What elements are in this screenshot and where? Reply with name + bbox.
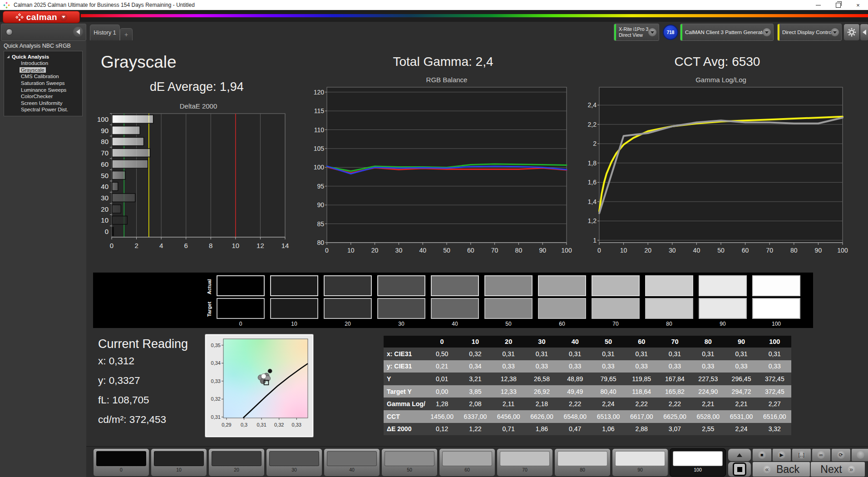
back-button[interactable]: « Back — [752, 462, 810, 477]
reading-value: cd/m²: 372,453 — [98, 410, 188, 429]
patch-label: 80 — [555, 467, 610, 472]
minimize-button[interactable] — [808, 0, 828, 10]
table-cell: 119,85 — [625, 373, 658, 385]
pattern-patch-10[interactable]: 10 — [151, 448, 207, 477]
actual-swatch — [431, 275, 479, 296]
pattern-patch-90[interactable]: 90 — [612, 448, 668, 477]
svg-text:50: 50 — [443, 247, 450, 254]
pattern-patch-80[interactable]: 80 — [554, 448, 611, 477]
cct-average-value: CCT Avg: 6530 — [586, 55, 849, 69]
pattern-window-button[interactable]: [‥] — [792, 448, 811, 462]
pattern-window-icon: [‥] — [798, 451, 805, 459]
patch-label: 10 — [151, 467, 207, 472]
pattern-window-button[interactable] — [728, 462, 751, 477]
sidebar-item-introduction[interactable]: Introduction — [20, 60, 82, 67]
pattern-patch-50[interactable]: 50 — [381, 448, 438, 477]
blank-button[interactable] — [851, 448, 868, 462]
sidebar-item-spectral-power-dist-[interactable]: Spectral Power Dist. — [20, 106, 82, 113]
workflow-collapse-button[interactable] — [860, 24, 868, 41]
table-cell: 0,21 — [425, 360, 459, 373]
actual-swatch — [217, 275, 265, 296]
svg-text:0: 0 — [597, 247, 601, 254]
svg-text:50: 50 — [101, 172, 108, 179]
restore-button[interactable] — [828, 0, 848, 10]
transport-controls: ■▶[‥]∞⟳ — [752, 448, 868, 462]
target-swatch — [431, 298, 479, 319]
sidebar-item-cms-calibration[interactable]: CMS Calibration — [20, 73, 82, 80]
tab-history-1[interactable]: History 1 — [90, 25, 120, 40]
refresh-button[interactable]: ⟳ — [831, 448, 851, 462]
deltae-bar-chart: 024681012141009080706050403020100DeltaE … — [90, 102, 291, 256]
table-column-header: 80 — [691, 336, 725, 348]
pattern-patch-30[interactable]: 30 — [266, 448, 322, 477]
de-average-value: dE Average: 1,94 — [150, 80, 244, 94]
svg-text:40: 40 — [693, 247, 700, 254]
patch-swatch — [154, 451, 204, 466]
table-cell: 294,72 — [725, 385, 758, 398]
calman-app: Calman 2025 Calman Ultimate for Business… — [0, 0, 868, 477]
svg-text:Gamma Log/Log: Gamma Log/Log — [695, 76, 746, 84]
sidebar-item-saturation-sweeps[interactable]: Saturation Sweeps — [20, 80, 82, 87]
pattern-patch-40[interactable]: 40 — [324, 448, 380, 477]
patch-label: 50 — [382, 467, 437, 472]
logo-menu-caret-icon[interactable] — [60, 14, 67, 21]
close-button[interactable]: × — [848, 0, 868, 10]
table-cell: 6528,00 — [691, 410, 725, 423]
grayscale-swatch-strip: Actual Target 0102030405060708090100 — [93, 273, 813, 328]
bottom-bar: 0102030405060708090100 ■▶[‥]∞⟳ « Back Ne… — [86, 446, 868, 477]
table-cell: 224,90 — [691, 385, 725, 398]
back-label: Back — [776, 463, 799, 476]
swatch-column-label: 10 — [270, 321, 318, 328]
pattern-generator-dropdown[interactable]: CalMAN Client 3 Pattern Generator — [680, 24, 774, 41]
settings-button[interactable] — [843, 24, 860, 41]
table-cell: 0,33 — [725, 360, 758, 373]
table-cell: 0,31 — [558, 348, 592, 360]
tree-root-quick-analysis[interactable]: Quick Analysis — [7, 53, 82, 60]
target-swatch — [377, 298, 425, 319]
svg-text:0,35: 0,35 — [211, 343, 221, 348]
sidebar-item-grayscale[interactable]: Grayscale — [20, 67, 82, 74]
meter-mode: Direct View — [619, 32, 648, 38]
sidebar-item-luminance-sweeps[interactable]: Luminance Sweeps — [20, 86, 82, 93]
svg-text:60: 60 — [101, 160, 108, 168]
minimize-icon — [816, 5, 821, 5]
next-button[interactable]: Next » — [810, 462, 865, 477]
table-cell: 1,06 — [592, 423, 625, 436]
add-tab-button[interactable]: + — [120, 28, 133, 40]
display-control-dropdown[interactable]: Direct Display Control — [777, 24, 842, 41]
panel-expand-button[interactable] — [728, 448, 751, 462]
stop-button[interactable]: ■ — [752, 448, 772, 462]
pattern-patch-100[interactable]: 100 — [670, 448, 726, 477]
table-cell: 0,00 — [425, 385, 459, 398]
sidebar-collapse-button[interactable] — [73, 27, 83, 37]
svg-text:120: 120 — [314, 89, 325, 96]
calman-logo-button[interactable]: calman — [3, 11, 80, 23]
svg-text:1,4: 1,4 — [588, 198, 597, 205]
svg-text:20: 20 — [101, 205, 108, 213]
table-cell: 0,31 — [492, 348, 525, 360]
pattern-patch-20[interactable]: 20 — [208, 448, 265, 477]
pattern-patch-0[interactable]: 0 — [93, 448, 149, 477]
svg-text:10: 10 — [620, 247, 627, 254]
svg-text:115: 115 — [314, 107, 325, 114]
svg-text:4: 4 — [159, 242, 163, 249]
workflow-tree: Quick Analysis IntroductionGrayscaleCMS … — [4, 51, 83, 116]
sidebar-item-screen-uniformity[interactable]: Screen Uniformity — [20, 100, 82, 107]
table-cell: 2,22 — [625, 398, 658, 410]
table-cell: 0,12 — [425, 423, 459, 436]
svg-text:20: 20 — [644, 247, 651, 254]
continuous-read-icon: ∞ — [817, 451, 825, 459]
pattern-patch-60[interactable]: 60 — [439, 448, 495, 477]
meter-dropdown[interactable]: X-Rite i1Pro 3 Direct View — [614, 24, 659, 41]
gear-icon — [847, 28, 856, 37]
target-swatch — [324, 298, 372, 319]
sidebar-item-colorchecker[interactable]: ColorChecker — [20, 93, 82, 100]
pattern-generator-status-bar — [681, 24, 682, 40]
svg-text:10: 10 — [101, 216, 108, 224]
pattern-patch-70[interactable]: 70 — [497, 448, 553, 477]
swatch-column-label: 30 — [377, 321, 425, 328]
continuous-read-button[interactable]: ∞ — [812, 448, 831, 462]
play-button[interactable]: ▶ — [772, 448, 792, 462]
rainbow-strip — [81, 14, 868, 17]
meter-badge[interactable]: 718 — [663, 25, 678, 40]
